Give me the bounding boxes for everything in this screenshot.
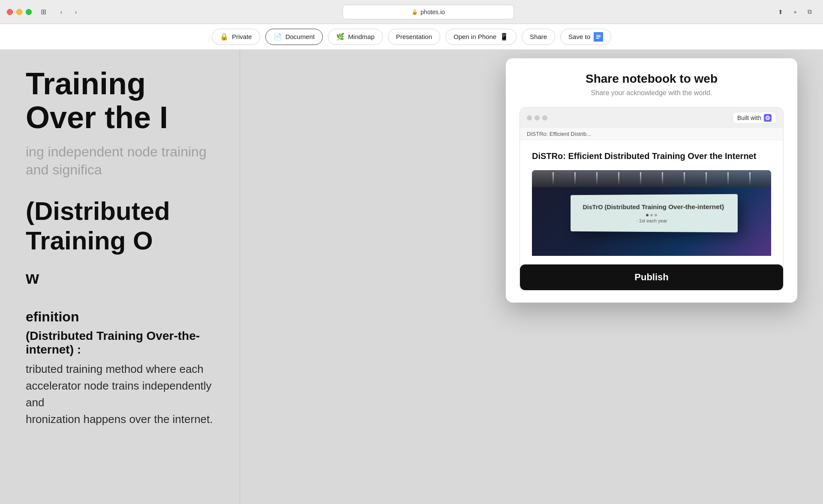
browser-chrome: ⊞ ‹ › 🔒 photes.io ⬆ + ⧉ xyxy=(0,0,823,24)
preview-dot-3 xyxy=(542,115,547,120)
url-display: photes.io xyxy=(421,9,445,15)
browser-actions: ⬆ + ⧉ xyxy=(774,6,816,18)
preview-slide-title: DisTrO (Distributed Training Over-the-in… xyxy=(583,203,724,210)
preview-card: Built with DiSTRo: Efficient Distrib... … xyxy=(520,107,784,291)
document-button[interactable]: 📄 Document xyxy=(265,29,323,45)
address-bar-wrapper: 🔒 photes.io xyxy=(87,5,769,19)
lock-icon: 🔒 xyxy=(220,33,228,41)
preview-dot-1 xyxy=(527,115,532,120)
mindmap-button[interactable]: 🌿 Mindmap xyxy=(328,29,383,45)
slide-dot-3 xyxy=(655,214,657,216)
slide-dot-1 xyxy=(646,213,649,216)
preview-browser-chrome: Built with xyxy=(520,108,783,128)
publish-button[interactable]: Publish xyxy=(520,264,783,290)
main-content: Training Over the I ing independent node… xyxy=(0,50,823,504)
new-tab-button[interactable]: + xyxy=(789,6,802,18)
tabs-overview-button[interactable]: ⧉ xyxy=(803,6,816,18)
preview-slide-nav-dots xyxy=(583,213,724,216)
preview-slide-subtitle: · 1st each year xyxy=(583,218,724,223)
close-button[interactable] xyxy=(7,9,13,15)
nav-buttons: ‹ › xyxy=(55,6,82,18)
open-in-phone-button[interactable]: Open in Phone 📱 xyxy=(445,29,517,45)
traffic-lights xyxy=(7,9,32,15)
share-button[interactable]: Share xyxy=(522,29,555,45)
document-icon: 📄 xyxy=(273,33,282,41)
forward-button[interactable]: › xyxy=(69,6,82,18)
save-to-button[interactable]: Save to xyxy=(560,29,611,45)
modal-title: Share notebook to web xyxy=(520,72,784,86)
address-bar[interactable]: 🔒 photes.io xyxy=(342,5,514,19)
sidebar-toggle-button[interactable]: ⊞ xyxy=(37,6,50,18)
preview-dot-2 xyxy=(535,115,540,120)
phone-icon: 📱 xyxy=(500,33,508,41)
preview-content: DiSTRo: Efficient Distributed Training O… xyxy=(520,140,783,256)
private-button[interactable]: 🔒 Private xyxy=(212,29,260,45)
modal-subtitle: Share your acknowledge with the world. xyxy=(520,89,784,97)
presentation-button[interactable]: Presentation xyxy=(388,29,440,45)
maximize-button[interactable] xyxy=(26,9,32,15)
svg-rect-2 xyxy=(596,36,601,37)
share-modal: Share notebook to web Share your acknowl… xyxy=(506,58,797,303)
toolbar: 🔒 Private 📄 Document 🌿 Mindmap Presentat… xyxy=(0,24,823,50)
modal-header: Share notebook to web Share your acknowl… xyxy=(520,72,784,97)
built-with-badge: Built with xyxy=(733,112,776,124)
lock-icon: 🔒 xyxy=(412,9,418,15)
preview-tab-label: DiSTRo: Efficient Distrib... xyxy=(527,131,591,137)
preview-dots xyxy=(527,115,547,120)
photes-icon xyxy=(764,114,772,122)
preview-tab-bar: DiSTRo: Efficient Distrib... xyxy=(520,128,783,140)
svg-rect-3 xyxy=(596,38,599,39)
back-button[interactable]: ‹ xyxy=(55,6,68,18)
minimize-button[interactable] xyxy=(16,9,22,15)
preview-doc-title: DiSTRo: Efficient Distributed Training O… xyxy=(532,150,771,162)
preview-slide-card: DisTrO (Distributed Training Over-the-in… xyxy=(571,194,738,232)
svg-rect-1 xyxy=(596,35,601,36)
preview-slide-image: DisTrO (Distributed Training Over-the-in… xyxy=(532,170,771,256)
google-docs-icon xyxy=(594,32,603,42)
built-with-label: Built with xyxy=(737,114,761,121)
share-browser-button[interactable]: ⬆ xyxy=(774,6,787,18)
slide-dot-2 xyxy=(650,213,653,216)
mindmap-icon: 🌿 xyxy=(336,33,345,41)
